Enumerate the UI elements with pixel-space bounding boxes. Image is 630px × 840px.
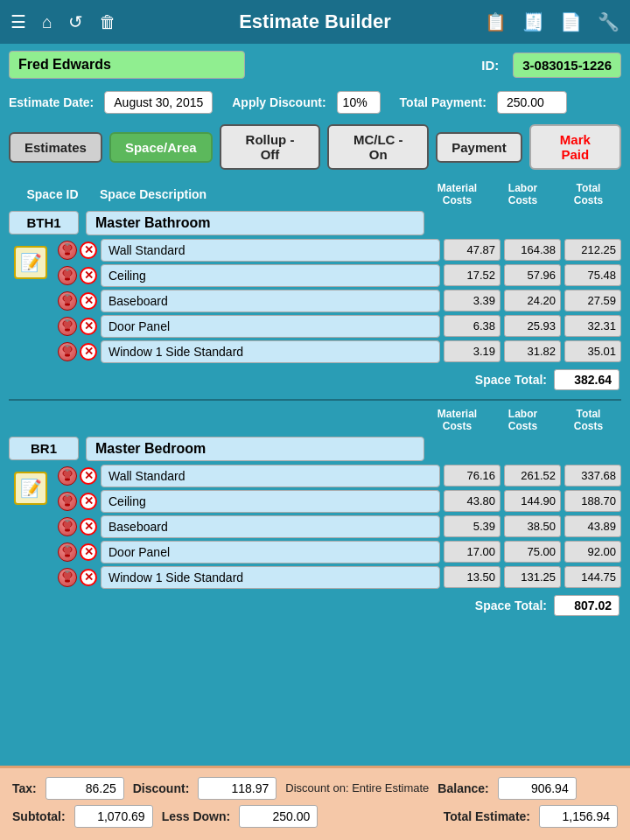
receipt-icon[interactable]: 🧾: [522, 11, 544, 32]
table-row: ✕ Wall Standard 76.16 261.52 337.68: [58, 465, 621, 487]
discount-input[interactable]: 10%: [337, 91, 381, 114]
paint-can-icon[interactable]: [58, 291, 77, 311]
item-name[interactable]: Baseboard: [101, 290, 440, 312]
tax-label: Tax:: [12, 781, 37, 795]
document-icon[interactable]: 📄: [560, 11, 582, 32]
paint-can-icon[interactable]: [58, 266, 77, 285]
mclc-button[interactable]: MC/LC - On: [327, 124, 429, 170]
item-icons: ✕: [58, 241, 97, 260]
item-labor-cost: 75.00: [504, 541, 561, 563]
less-down-label: Less Down:: [162, 809, 231, 823]
paint-can-icon[interactable]: [58, 517, 77, 536]
tax-value: 86.25: [46, 777, 124, 800]
app-header: ☰ ⌂ ↺ 🗑 Estimate Builder 📋 🧾 📄 🔧: [0, 0, 630, 44]
item-icons: ✕: [58, 492, 97, 511]
estimates-button[interactable]: Estimates: [9, 132, 102, 163]
item-total-cost: 337.68: [564, 465, 621, 486]
paint-can-icon[interactable]: [58, 542, 77, 562]
item-name[interactable]: Window 1 Side Standard: [101, 566, 440, 589]
menu-icon[interactable]: ☰: [10, 11, 26, 32]
rollup-button[interactable]: Rollup - Off: [220, 124, 321, 170]
remove-icon[interactable]: ✕: [80, 569, 97, 586]
note-icon[interactable]: 📝: [14, 246, 47, 279]
remove-icon[interactable]: ✕: [80, 292, 97, 310]
col-header-row: Space ID Space Description MaterialCosts…: [9, 182, 621, 207]
paint-can-icon[interactable]: [58, 241, 77, 260]
total-payment-input[interactable]: 250.00: [497, 91, 567, 114]
item-total-cost: 75.48: [564, 264, 621, 286]
item-name[interactable]: Door Panel: [101, 315, 440, 338]
item-total-cost: 144.75: [564, 566, 621, 588]
items-table: ✕ Wall Standard 47.87 164.38 212.25: [58, 239, 621, 366]
table-row: ✕ Window 1 Side Standard 3.19 31.82 35.0…: [58, 340, 621, 363]
item-name[interactable]: Window 1 Side Standard: [101, 340, 440, 363]
space-id-box[interactable]: BR1: [9, 437, 79, 460]
paint-can-icon[interactable]: [58, 492, 77, 511]
total-payment-label: Total Payment:: [400, 95, 486, 109]
svg-point-32: [65, 503, 70, 506]
paint-can-icon[interactable]: [58, 342, 77, 361]
list-icon[interactable]: 📋: [485, 11, 507, 32]
item-total-cost: 35.01: [564, 340, 621, 362]
header-left-icons: ☰ ⌂ ↺ 🗑: [10, 11, 116, 32]
note-icon-col: 📝: [9, 239, 52, 366]
remove-icon[interactable]: ✕: [80, 543, 97, 561]
item-labor-cost: 24.20: [504, 290, 561, 312]
item-total-cost: 188.70: [564, 490, 621, 512]
space-total-value: 807.02: [554, 595, 620, 616]
space-total-label: Space Total:: [475, 373, 547, 387]
item-material-cost: 6.38: [444, 315, 500, 337]
paint-can-icon[interactable]: [58, 568, 77, 587]
item-icons: ✕: [58, 517, 97, 536]
payment-button[interactable]: Payment: [436, 132, 522, 163]
space-area-button[interactable]: Space/Area: [109, 132, 213, 163]
space-total-value: 382.64: [554, 369, 620, 390]
space-id-box[interactable]: BTH1: [9, 211, 79, 234]
nav-bar: Estimates Space/Area Rollup - Off MC/LC …: [0, 119, 630, 175]
col-lc-header: LaborCosts: [490, 408, 556, 433]
table-row: ✕ Baseboard 5.39 38.50 43.89: [58, 515, 621, 538]
item-name[interactable]: Ceiling: [101, 490, 440, 513]
col-header-row: MaterialCosts LaborCosts TotalCosts: [9, 408, 621, 433]
space-description-box[interactable]: Master Bedroom: [86, 437, 424, 461]
refresh-icon[interactable]: ↺: [68, 11, 83, 32]
item-name[interactable]: Baseboard: [101, 515, 440, 538]
home-icon[interactable]: ⌂: [42, 12, 52, 32]
remove-icon[interactable]: ✕: [80, 267, 97, 284]
item-material-cost: 43.80: [444, 490, 500, 512]
remove-icon[interactable]: ✕: [80, 242, 97, 259]
space-description-box[interactable]: Master Bathroom: [86, 211, 424, 235]
svg-point-22: [65, 354, 70, 356]
paint-can-icon[interactable]: [58, 317, 77, 336]
remove-icon[interactable]: ✕: [80, 318, 97, 335]
item-material-cost: 3.39: [444, 290, 500, 312]
svg-point-2: [65, 252, 70, 255]
item-total-cost: 27.59: [564, 290, 621, 312]
item-labor-cost: 57.96: [504, 264, 561, 286]
item-total-cost: 212.25: [564, 239, 621, 261]
footer-row-1: Tax: 86.25 Discount: 118.97 Discount on:…: [12, 777, 618, 800]
mark-paid-button[interactable]: Mark Paid: [529, 124, 621, 170]
remove-icon[interactable]: ✕: [80, 493, 97, 510]
content-area: Space ID Space Description MaterialCosts…: [0, 175, 630, 744]
item-name[interactable]: Wall Standard: [101, 465, 440, 487]
subtotal-label: Subtotal:: [12, 809, 66, 823]
remove-icon[interactable]: ✕: [80, 343, 97, 360]
item-material-cost: 17.00: [444, 541, 500, 563]
col-total-header: TotalCosts: [556, 182, 621, 207]
remove-icon[interactable]: ✕: [80, 467, 97, 485]
note-icon[interactable]: 📝: [14, 472, 47, 505]
tools-icon[interactable]: 🔧: [598, 11, 620, 32]
item-total-cost: 92.00: [564, 541, 621, 563]
item-name[interactable]: Wall Standard: [101, 239, 440, 262]
delete-icon[interactable]: 🗑: [99, 12, 116, 32]
item-material-cost: 3.19: [444, 340, 500, 362]
item-name[interactable]: Door Panel: [101, 541, 440, 564]
remove-icon[interactable]: ✕: [80, 518, 97, 536]
paint-can-icon[interactable]: [58, 466, 77, 486]
section-divider: [9, 399, 621, 401]
estimate-date[interactable]: August 30, 2015: [104, 91, 213, 114]
client-name[interactable]: Fred Edwards: [9, 51, 245, 79]
item-name[interactable]: Ceiling: [101, 264, 440, 287]
item-total-cost: 32.31: [564, 315, 621, 337]
